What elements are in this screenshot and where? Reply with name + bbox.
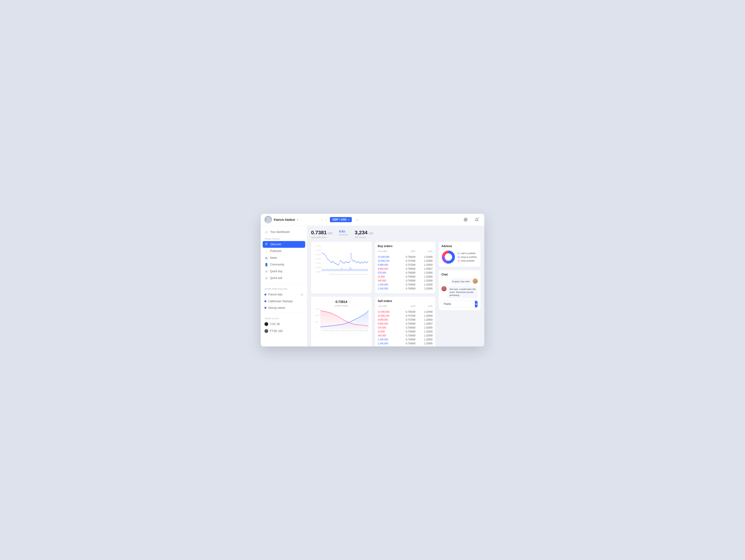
- table-row: 1,345,0000.7345001.32565: [378, 338, 433, 342]
- table-row: 23,400,0000.7381001.32400: [378, 255, 433, 259]
- quick-sell-icon: ⊕: [264, 276, 268, 280]
- svg-rect-12: [325, 269, 325, 271]
- sidebar-item-podcasts[interactable]: ♪ Podcasts: [261, 248, 307, 254]
- svg-rect-23: [331, 269, 331, 271]
- sidebar-ftse100-label: FTSE 100: [270, 329, 283, 333]
- sidebar-item-discover[interactable]: 🔍 Discover: [263, 241, 305, 248]
- sidebar-item-quick-sell[interactable]: ⊕ Quick sell: [261, 275, 307, 281]
- svg-rect-11: [324, 270, 325, 271]
- svg-rect-35: [337, 269, 338, 271]
- advice-item-keep[interactable]: Keep to portfolio: [458, 256, 477, 258]
- svg-rect-19: [328, 270, 329, 271]
- portfolio-dot-californian: [264, 300, 266, 302]
- svg-rect-83: [364, 270, 365, 271]
- chat-avatar-1: [473, 279, 478, 284]
- settings-button[interactable]: [462, 216, 469, 223]
- advice-item-add[interactable]: Add to portfolio: [458, 252, 477, 254]
- svg-rect-48: [345, 270, 345, 271]
- svg-rect-42: [341, 267, 342, 271]
- svg-rect-72: [358, 269, 359, 271]
- chevron-down-icon[interactable]: ▾: [297, 218, 298, 221]
- sidebar-item-ftse100[interactable]: FTSE 100: [261, 327, 307, 335]
- table-row: 345,9000.7350001.32558: [378, 279, 433, 283]
- sidebar-item-californian-startups[interactable]: Californian Startups: [261, 298, 307, 305]
- buy-orders-header: Volume GBP USD: [378, 250, 433, 254]
- table-row: 1,345,0000.7345001.32565: [378, 342, 433, 346]
- svg-rect-52: [347, 269, 347, 271]
- chat-avatar-2: [442, 286, 447, 291]
- chat-message-2: Not sure. I would wait a bit more. Tomor…: [442, 286, 478, 298]
- svg-rect-71: [358, 269, 358, 271]
- active-tab[interactable]: GBP / USD ×: [330, 217, 352, 222]
- sidebar-item-news[interactable]: ▦ News: [261, 254, 307, 261]
- table-row: 8,800,0000.7365001.32567: [378, 267, 433, 271]
- search-icon[interactable]: ⌕: [356, 217, 359, 222]
- top-bar: Patrick Abitbol ▾ ‹ › GBP / USD × ⌕: [261, 214, 484, 226]
- svg-rect-34: [337, 268, 337, 271]
- svg-rect-51: [347, 269, 347, 271]
- svg-rect-44: [343, 268, 343, 271]
- quick-buy-icon: ⊕: [264, 270, 268, 273]
- sidebar-item-community[interactable]: 👤 Community: [261, 261, 307, 268]
- svg-rect-80: [363, 268, 363, 271]
- svg-rect-78: [362, 270, 362, 271]
- sell-orders-header: Volume GBP USD: [378, 305, 433, 309]
- news-icon: ▦: [264, 256, 268, 260]
- sidebar-news-label: News: [270, 256, 277, 259]
- svg-rect-41: [341, 269, 341, 271]
- svg-rect-75: [360, 268, 360, 271]
- svg-rect-76: [360, 269, 361, 271]
- back-arrow[interactable]: ‹: [320, 217, 323, 222]
- tab-close-icon[interactable]: ×: [348, 218, 349, 221]
- sidebar-item-french-lists[interactable]: French lists ⊕: [261, 291, 307, 298]
- sidebar-item-quick-buy[interactable]: ⊕ Quick buy: [261, 268, 307, 275]
- table-row: 10,000,2340.7375001.32500: [378, 259, 433, 263]
- add-portfolio-icon[interactable]: ⊕: [300, 293, 303, 296]
- svg-rect-37: [338, 270, 339, 271]
- buy-orders-box: Buy orders Volume GBP USD 23,400,0000.73…: [375, 242, 435, 293]
- svg-rect-21: [330, 269, 330, 271]
- tab-label: GBP / USD: [332, 218, 347, 221]
- advices-content: Add to portfolio Keep to portfolio Clear…: [442, 250, 478, 264]
- svg-rect-13: [325, 269, 326, 271]
- chat-bubble-1: Hi guys, buy now!: [450, 279, 472, 284]
- table-row: 23,0000.7355001.32560: [378, 275, 433, 279]
- volume-value: 3,234: [355, 230, 367, 236]
- sell-orders-title: Sell orders: [378, 300, 433, 303]
- svg-rect-40: [341, 269, 341, 271]
- forward-arrow[interactable]: ›: [324, 217, 327, 222]
- chat-input[interactable]: [442, 302, 475, 306]
- podcasts-icon: ♪: [264, 249, 268, 253]
- notification-badge: [478, 217, 480, 218]
- price-label: Last trade price: [311, 236, 332, 239]
- sidebar-cac40-label: CAC 40: [270, 322, 280, 326]
- svg-rect-30: [335, 269, 335, 271]
- margin-label: Margin trading: [314, 305, 368, 307]
- margin-line-chart: [320, 308, 368, 329]
- main-content: 0.7381 GBP Last trade price 0.01↑ Evolut…: [307, 226, 484, 346]
- user-name: Patrick Abitbol: [274, 218, 295, 221]
- margin-value: 0.73814: [335, 300, 347, 304]
- price-stat: 0.7381 GBP Last trade price: [311, 230, 339, 239]
- sidebar-discover-label: Discover: [270, 243, 282, 246]
- svg-rect-14: [326, 270, 326, 271]
- svg-rect-53: [348, 270, 348, 271]
- svg-rect-27: [333, 269, 333, 271]
- svg-rect-86: [366, 269, 366, 271]
- notifications-button[interactable]: [473, 216, 481, 223]
- nav-arrows: ‹ ›: [320, 217, 327, 222]
- buy-header-volume: Volume: [378, 250, 398, 252]
- evolution-stat: 0.01↑ Evolution: [339, 230, 355, 236]
- sidebar-item-cac40[interactable]: CAC 40: [261, 321, 307, 327]
- chat-bubble-2: Not sure. I would wait a bit more. Tomor…: [448, 286, 478, 298]
- chat-send-button[interactable]: ➤: [475, 301, 478, 307]
- table-row: 345,9000.7350001.32558: [378, 334, 433, 338]
- svg-rect-68: [356, 270, 356, 271]
- svg-rect-56: [349, 269, 350, 271]
- sidebar-item-dashboard[interactable]: ⊙ Your dashboard: [261, 229, 307, 236]
- svg-rect-77: [361, 269, 361, 271]
- chart-inner: 0.7410 0.7405 0.7400 0.7395 0.7390 0.738…: [314, 245, 368, 276]
- sidebar-item-strong-values[interactable]: Strong values: [261, 305, 307, 311]
- advice-item-clear[interactable]: Clear portfolio: [458, 259, 477, 262]
- margin-chart-inner: 1,500 1,000 500 0: [314, 308, 368, 329]
